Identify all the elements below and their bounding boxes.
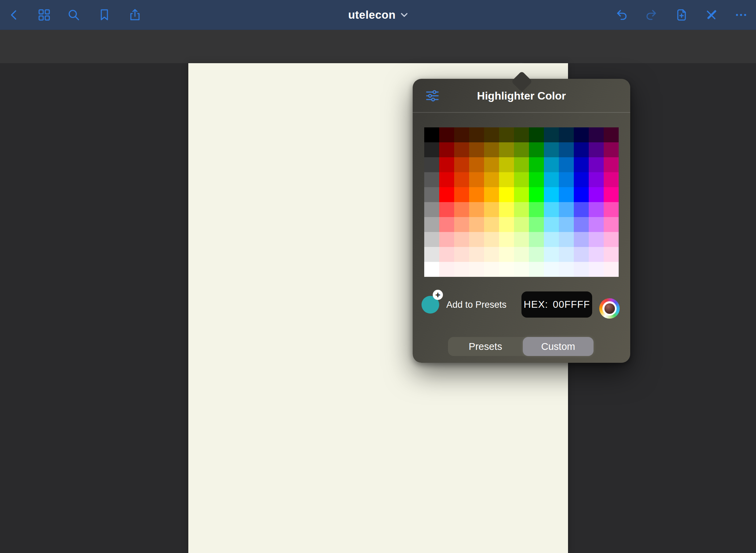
color-cell[interactable] — [604, 232, 619, 247]
color-cell[interactable] — [529, 157, 544, 172]
color-cell[interactable] — [484, 142, 499, 157]
color-cell[interactable] — [469, 232, 484, 247]
back-button[interactable] — [7, 7, 22, 22]
color-cell[interactable] — [589, 127, 604, 142]
color-cell[interactable] — [544, 247, 559, 262]
color-cell[interactable] — [559, 142, 574, 157]
color-cell[interactable] — [469, 262, 484, 277]
color-cell[interactable] — [454, 232, 469, 247]
color-cell[interactable] — [514, 142, 529, 157]
color-cell[interactable] — [439, 172, 454, 187]
color-cell[interactable] — [589, 232, 604, 247]
color-cell[interactable] — [574, 187, 589, 202]
color-cell[interactable] — [424, 142, 439, 157]
color-cell[interactable] — [529, 202, 544, 217]
color-cell[interactable] — [604, 157, 619, 172]
color-cell[interactable] — [484, 202, 499, 217]
color-cell[interactable] — [559, 187, 574, 202]
color-cell[interactable] — [439, 127, 454, 142]
color-cell[interactable] — [529, 172, 544, 187]
color-cell[interactable] — [454, 157, 469, 172]
color-cell[interactable] — [499, 202, 514, 217]
tab-custom-selected[interactable]: Custom — [523, 337, 594, 356]
color-cell[interactable] — [469, 247, 484, 262]
color-cell[interactable] — [454, 217, 469, 232]
color-cell[interactable] — [514, 127, 529, 142]
color-cell[interactable] — [529, 127, 544, 142]
color-cell[interactable] — [604, 262, 619, 277]
color-cell[interactable] — [439, 142, 454, 157]
color-cell[interactable] — [529, 247, 544, 262]
color-cell[interactable] — [514, 262, 529, 277]
color-cell[interactable] — [484, 157, 499, 172]
color-cell[interactable] — [559, 262, 574, 277]
color-cell[interactable] — [424, 157, 439, 172]
add-preset-plus-button[interactable]: + — [433, 290, 443, 300]
color-cell[interactable] — [589, 217, 604, 232]
color-cell[interactable] — [439, 187, 454, 202]
color-cell[interactable] — [589, 142, 604, 157]
color-cell[interactable] — [589, 172, 604, 187]
color-cell[interactable] — [604, 247, 619, 262]
color-cell[interactable] — [424, 217, 439, 232]
color-cell[interactable] — [604, 127, 619, 142]
color-cell[interactable] — [559, 202, 574, 217]
color-cell[interactable] — [454, 127, 469, 142]
share-button[interactable] — [127, 7, 142, 22]
thumbnails-button[interactable] — [37, 7, 52, 22]
color-cell[interactable] — [424, 247, 439, 262]
color-cell[interactable] — [469, 172, 484, 187]
color-cell[interactable] — [544, 127, 559, 142]
color-cell[interactable] — [499, 172, 514, 187]
color-cell[interactable] — [469, 202, 484, 217]
color-cell[interactable] — [604, 187, 619, 202]
color-cell[interactable] — [514, 187, 529, 202]
color-cell[interactable] — [484, 262, 499, 277]
document-title-button[interactable]: utelecon — [348, 8, 408, 21]
color-cell[interactable] — [544, 157, 559, 172]
color-cell[interactable] — [424, 172, 439, 187]
add-page-button[interactable] — [674, 7, 689, 22]
color-cell[interactable] — [424, 127, 439, 142]
color-cell[interactable] — [559, 157, 574, 172]
color-cell[interactable] — [604, 142, 619, 157]
redo-button[interactable] — [644, 7, 659, 22]
color-cell[interactable] — [514, 217, 529, 232]
color-cell[interactable] — [514, 247, 529, 262]
color-cell[interactable] — [574, 172, 589, 187]
color-cell[interactable] — [499, 232, 514, 247]
color-cell[interactable] — [544, 232, 559, 247]
color-cell[interactable] — [529, 142, 544, 157]
color-cell[interactable] — [484, 172, 499, 187]
color-cell[interactable] — [559, 232, 574, 247]
undo-button[interactable] — [614, 7, 629, 22]
color-cell[interactable] — [499, 217, 514, 232]
color-cell[interactable] — [529, 232, 544, 247]
color-cell[interactable] — [559, 217, 574, 232]
color-cell[interactable] — [574, 127, 589, 142]
color-cell[interactable] — [544, 142, 559, 157]
color-cell[interactable] — [544, 172, 559, 187]
color-cell[interactable] — [514, 157, 529, 172]
color-cell[interactable] — [499, 142, 514, 157]
color-cell[interactable] — [574, 232, 589, 247]
color-cell[interactable] — [424, 232, 439, 247]
color-cell[interactable] — [469, 127, 484, 142]
color-cell[interactable] — [574, 157, 589, 172]
color-cell[interactable] — [484, 217, 499, 232]
color-cell[interactable] — [499, 187, 514, 202]
color-cell[interactable] — [439, 217, 454, 232]
color-cell[interactable] — [469, 217, 484, 232]
color-cell[interactable] — [469, 142, 484, 157]
color-cell[interactable] — [499, 127, 514, 142]
color-cell[interactable] — [529, 187, 544, 202]
color-cell[interactable] — [469, 187, 484, 202]
color-cell[interactable] — [589, 247, 604, 262]
color-cell[interactable] — [604, 202, 619, 217]
color-cell[interactable] — [559, 247, 574, 262]
color-cell[interactable] — [559, 172, 574, 187]
color-cell[interactable] — [439, 202, 454, 217]
color-cell[interactable] — [454, 202, 469, 217]
color-cell[interactable] — [514, 172, 529, 187]
color-cell[interactable] — [574, 217, 589, 232]
